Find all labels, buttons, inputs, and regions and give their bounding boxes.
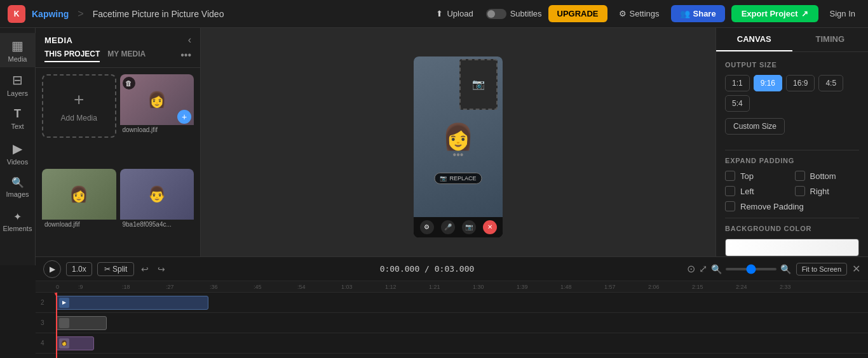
playhead: ▼	[56, 293, 57, 358]
media-tab-more-button[interactable]: •••	[180, 50, 191, 62]
settings-button[interactable]: ⚙ Settings	[614, 6, 665, 22]
track-num-2: 2	[41, 299, 51, 306]
bg-color-label: BACKGROUND COLOR	[725, 225, 859, 232]
speed-button[interactable]: 1.0x	[66, 262, 92, 276]
brand-link[interactable]: Kapwing	[32, 9, 69, 19]
fit-to-screen-button[interactable]: Fit to Screen	[796, 263, 847, 275]
signin-link[interactable]: Sign In	[825, 6, 860, 22]
tab-canvas[interactable]: CANVAS	[716, 28, 792, 51]
media-thumbnail-1[interactable]: 👩 download.jfif 🗑 +	[120, 74, 194, 138]
effects-button[interactable]: ⚙	[420, 220, 434, 234]
size-4-5-button[interactable]: 4:5	[818, 75, 843, 91]
play-button[interactable]: ▶	[43, 260, 61, 278]
replace-icon: 📷	[440, 175, 447, 182]
images-icon: 🔍	[11, 176, 24, 189]
media-thumbnail-3[interactable]: 👨 9ba1e8f095a4c...	[120, 169, 194, 232]
mute-button[interactable]: 🎤	[441, 220, 455, 234]
ruler-mark-112: 1:12	[385, 284, 429, 290]
remove-padding-checkbox-box	[725, 201, 735, 211]
size-16-9-button[interactable]: 16:9	[786, 75, 815, 91]
project-title: Facetime Picture in Picture Video	[93, 9, 224, 19]
end-call-button[interactable]: ✕	[483, 220, 497, 234]
tab-my-media[interactable]: MY MEDIA	[107, 50, 146, 62]
canvas-more-options[interactable]: •••	[453, 149, 464, 161]
ruler-mark-215: 2:15	[692, 284, 736, 290]
padding-left-checkbox[interactable]: Left	[725, 186, 790, 196]
close-timeline-button[interactable]: ✕	[852, 263, 860, 275]
sidebar-item-elements[interactable]: ✦ Elements	[0, 204, 36, 239]
breadcrumb-sep: >	[78, 8, 83, 20]
right-panel-tabs: CANVAS TIMING	[716, 28, 868, 52]
sidebar-item-media[interactable]: ▦ Media	[0, 33, 36, 67]
time-display: 0:00.000 / 0:03.000	[172, 264, 681, 274]
track-4-thumbnail: 👩	[59, 338, 69, 348]
zoom-plus-icon[interactable]: 🔍	[780, 264, 791, 274]
upload-icon: ⬆	[436, 9, 443, 18]
size-1-1-button[interactable]: 1:1	[725, 75, 750, 91]
right-panel: CANVAS TIMING OUTPUT SIZE 1:1 9:16 16:9 …	[715, 28, 868, 265]
padding-bottom-checkbox[interactable]: Bottom	[795, 171, 860, 181]
ruler-mark-0: 0	[56, 284, 78, 290]
track-2-clip[interactable]: ▶	[56, 296, 208, 310]
share-button[interactable]: 👥 Share	[671, 5, 725, 22]
toggle-thumb	[487, 10, 495, 18]
ruler-mark-121: 1:21	[429, 284, 473, 290]
media-thumb-name-1: download.jfif	[120, 125, 194, 135]
timeline-controls: ▶ 1.0x ✂ Split ↩ ↪ 0:00.000 / 0:03.000 ⊙…	[36, 257, 868, 281]
pip-placeholder[interactable]: 📷	[459, 59, 498, 110]
add-media-button[interactable]: + Add Media	[42, 74, 116, 138]
media-panel-close-button[interactable]: ‹	[188, 34, 191, 46]
remove-padding-checkbox[interactable]: Remove Padding	[725, 201, 859, 211]
custom-size-button[interactable]: Custom Size	[725, 118, 785, 135]
flip-button[interactable]: 📷	[462, 220, 476, 234]
padding-right-checkbox[interactable]: Right	[795, 186, 860, 196]
track-2-content: ▶	[56, 296, 868, 310]
export-button[interactable]: Export Project ↗	[731, 5, 818, 22]
padding-top-checkbox[interactable]: Top	[725, 171, 790, 181]
ruler-marks-container: 0 :9 :18 :27 :36 :45 :54 1:03 1:12 1:21 …	[56, 284, 824, 290]
ruler-mark-103: 1:03	[341, 284, 385, 290]
media-thumb-image-2: 👩	[42, 169, 116, 220]
upgrade-button[interactable]: UPGRADE	[548, 5, 607, 22]
size-5-4-button[interactable]: 5:4	[725, 95, 750, 112]
track-num-4: 4	[41, 340, 51, 347]
timeline-track-2: 2 ▶	[36, 293, 868, 313]
timeline-ruler: 0 :9 :18 :27 :36 :45 :54 1:03 1:12 1:21 …	[36, 281, 868, 293]
ruler-mark-157: 1:57	[604, 284, 648, 290]
track-num-3: 3	[41, 319, 51, 326]
tab-this-project[interactable]: THIS PROJECT	[44, 50, 100, 62]
track-4-clip[interactable]: 👩	[56, 336, 94, 350]
redo-button[interactable]: ↪	[156, 262, 167, 276]
ruler-mark-139: 1:39	[517, 284, 560, 290]
media-delete-button-1[interactable]: 🗑	[123, 77, 135, 90]
videos-icon: ▶	[13, 141, 22, 156]
sidebar-item-layers[interactable]: ⊟ Layers	[0, 67, 36, 102]
track-3-clip[interactable]	[56, 316, 107, 330]
replace-overlay[interactable]: 📷 REPLACE	[434, 173, 482, 184]
ruler-mark-148: 1:48	[560, 284, 604, 290]
sidebar-item-videos[interactable]: ▶ Videos	[0, 136, 36, 170]
left-checkbox-box	[725, 186, 735, 196]
media-add-to-canvas-button-1[interactable]: +	[177, 110, 191, 124]
zoom-minus-icon[interactable]: 🔍	[711, 264, 722, 274]
settings-icon: ⚙	[619, 9, 627, 18]
upload-button[interactable]: ⬆ Upload	[430, 6, 479, 22]
track-4-content: 👩	[56, 336, 868, 350]
text-icon: T	[14, 107, 21, 121]
video-controls-bar: ⚙ 🎤 📷 ✕	[414, 217, 503, 237]
sidebar-item-images[interactable]: 🔍 Images	[0, 170, 36, 204]
bg-color-picker[interactable]	[725, 239, 859, 256]
track-3-thumbnail	[59, 318, 69, 328]
media-icon: ▦	[11, 38, 24, 53]
size-9-16-button[interactable]: 9:16	[754, 75, 782, 91]
ruler-mark-45: :45	[254, 284, 297, 290]
split-button[interactable]: ✂ Split	[97, 262, 135, 276]
app-logo: K	[8, 5, 25, 23]
media-thumbnail-2[interactable]: 👩 download.jfif	[42, 169, 116, 232]
subtitles-toggle[interactable]: Subtitles	[486, 9, 542, 19]
undo-button[interactable]: ↩	[139, 262, 151, 276]
sidebar-item-text[interactable]: T Text	[0, 102, 36, 136]
zoom-slider[interactable]	[726, 268, 776, 270]
tab-timing[interactable]: TIMING	[792, 28, 869, 51]
output-size-label: OUTPUT SIZE	[725, 61, 859, 69]
